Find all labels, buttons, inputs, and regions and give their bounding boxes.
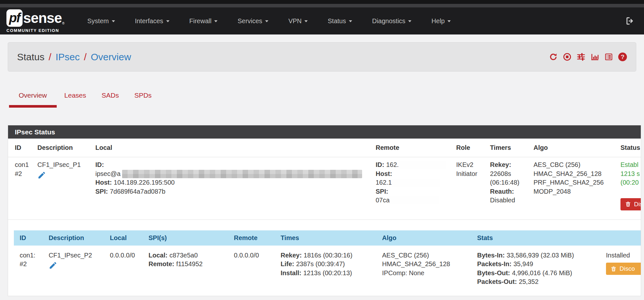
col-algo: Algo <box>382 234 477 242</box>
cell-description: CF1_IPsec_P1 <box>37 160 95 210</box>
cell-id: con1 #2 <box>15 160 37 210</box>
cell-remote: ID:162. Host: 162.1 SPI: 07ca <box>376 160 456 210</box>
main-menu: System Interfaces Firewall Services VPN … <box>87 17 471 25</box>
pfsense-logo[interactable]: pf sense ® COMMUNITY EDITION <box>6 9 76 33</box>
nav-item-status[interactable]: Status <box>328 17 352 25</box>
status-text: (00:20 <box>620 178 641 187</box>
top-navbar: pf sense ® COMMUNITY EDITION System Inte… <box>0 7 644 34</box>
breadcrumb-separator: / <box>49 52 51 63</box>
tab-leases[interactable]: Leases <box>57 88 94 108</box>
breadcrumb-link-overview[interactable]: Overview <box>91 52 131 63</box>
cell-status: Installed Disco <box>606 251 641 286</box>
nav-item-services[interactable]: Services <box>237 17 268 25</box>
tab-spds[interactable]: SPDs <box>127 88 159 108</box>
col-algo: Algo <box>533 144 620 151</box>
cell-times: Rekey:1816s (00:30:16) Life:2387s (00:39… <box>281 251 382 286</box>
cell-status: Establ 1213 s (00:20 Dis <box>620 160 641 210</box>
edit-icon[interactable] <box>49 261 57 272</box>
chevron-down-icon <box>265 20 268 22</box>
cell-local: ID: ipsec@a Host:104.189.226.195:500 SPI… <box>95 160 376 210</box>
breadcrumb-separator: / <box>84 52 86 63</box>
panel-title: IPsec Status <box>8 125 641 139</box>
redacted-value <box>389 196 439 204</box>
child-sa-header-row: ID Description Local SPI(s) Remote Times… <box>14 230 641 246</box>
stop-icon[interactable] <box>563 53 572 61</box>
col-times: Times <box>281 234 382 242</box>
chevron-down-icon <box>214 20 217 22</box>
nav-item-firewall[interactable]: Firewall <box>189 17 218 25</box>
chevron-down-icon <box>112 20 115 22</box>
status-text: Establ <box>620 160 641 169</box>
status-text: Installed <box>606 251 641 260</box>
cell-stats: Bytes-In:33,586,939 (32.03 MiB) Packets-… <box>477 251 606 286</box>
col-spis: SPI(s) <box>149 234 234 242</box>
cell-spis: Local:c873e5a0 Remote:f1154952 <box>149 251 234 286</box>
status-text: 1213 s <box>620 169 641 179</box>
cell-local: 0.0.0.0/0 <box>110 251 149 286</box>
cell-remote: 0.0.0.0/0 <box>234 251 281 286</box>
col-remote: Remote <box>234 234 281 242</box>
window-title-strip <box>0 4 644 7</box>
col-local: Local <box>110 234 149 242</box>
cell-algo: AES_CBC (256) HMAC_SHA2_256_128 PRF_HMAC… <box>533 160 620 210</box>
nav-item-system[interactable]: System <box>87 17 115 25</box>
redacted-value <box>399 161 446 169</box>
cell-algo: AES_CBC (256) HMAC_SHA2_256_128 IPComp: … <box>382 251 477 286</box>
ike-sa-header-row: ID Description Local Remote Role Timers … <box>8 139 641 157</box>
col-remote: Remote <box>376 144 456 151</box>
nav-item-label: Interfaces <box>135 17 163 25</box>
col-id: ID <box>20 234 49 242</box>
bar-chart-icon[interactable] <box>591 53 599 61</box>
tab-sads[interactable]: SADs <box>94 88 127 108</box>
col-timers: Timers <box>490 144 533 151</box>
registered-mark: ® <box>62 22 64 25</box>
col-status: Status <box>620 144 641 151</box>
refresh-icon[interactable] <box>549 53 558 61</box>
nav-item-label: VPN <box>288 17 302 25</box>
col-description: Description <box>37 144 95 151</box>
breadcrumb-bar: Status / IPsec / Overview ? <box>8 42 636 72</box>
tab-overview[interactable]: Overview <box>9 88 57 108</box>
nav-item-help[interactable]: Help <box>431 17 451 25</box>
trash-icon <box>625 201 631 207</box>
chevron-down-icon <box>408 20 411 22</box>
child-sa-table: ID Description Local SPI(s) Remote Times… <box>14 230 641 286</box>
chevron-down-icon <box>447 20 451 22</box>
nav-item-label: Firewall <box>189 17 212 25</box>
cell-id: con1: #2 <box>20 251 49 286</box>
breadcrumb-section: Status <box>17 52 44 63</box>
nav-item-diagnostics[interactable]: Diagnostics <box>372 17 411 25</box>
help-icon[interactable]: ? <box>618 53 627 61</box>
logout-icon[interactable] <box>625 16 635 26</box>
pf-logo-mark: pf <box>6 9 23 27</box>
breadcrumb-link-ipsec[interactable]: IPsec <box>55 52 80 63</box>
nav-item-interfaces[interactable]: Interfaces <box>135 17 169 25</box>
nav-item-vpn[interactable]: VPN <box>288 17 308 25</box>
col-role: Role <box>456 144 490 151</box>
col-local: Local <box>95 144 376 151</box>
ike-sa-table: ID Description Local Remote Role Timers … <box>8 139 641 286</box>
nav-item-label: Help <box>431 17 445 25</box>
chevron-down-icon <box>166 20 169 22</box>
ike-sa-row: con1 #2 CF1_IPsec_P1 ID: ipsec@a Host:10… <box>8 157 641 220</box>
disconnect-button[interactable]: Dis <box>620 198 641 210</box>
col-stats: Stats <box>477 234 606 242</box>
brand-tagline: COMMUNITY EDITION <box>6 28 76 33</box>
list-icon[interactable] <box>604 53 613 61</box>
col-description: Description <box>49 234 110 242</box>
redacted-value <box>392 179 440 187</box>
breadcrumb: Status / IPsec / Overview <box>17 52 131 63</box>
sliders-icon[interactable] <box>577 53 585 61</box>
tab-bar: Overview Leases SADs SPDs <box>9 88 159 108</box>
cell-timers: Rekey: 22608s (06:16:48) Reauth: Disable… <box>490 160 533 210</box>
chevron-down-icon <box>349 20 352 22</box>
page-action-icons: ? <box>549 53 627 61</box>
disconnect-button[interactable]: Disco <box>606 263 641 275</box>
nav-item-label: Diagnostics <box>372 17 405 25</box>
child-sa-row: con1: #2 CF1_IPsec_P2 0.0.0.0/0 Local:c8… <box>14 246 641 286</box>
window-top-strip <box>0 0 644 4</box>
nav-item-label: Status <box>328 17 346 25</box>
nav-item-label: System <box>87 17 109 25</box>
cell-role: IKEv2 Initiator <box>456 160 490 210</box>
edit-icon[interactable] <box>37 171 46 182</box>
